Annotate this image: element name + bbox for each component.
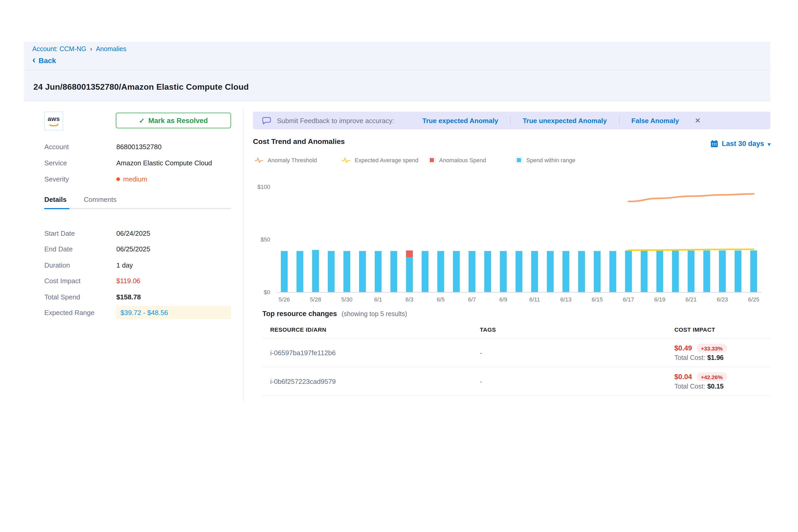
bar-6/13[interactable]: [563, 251, 569, 292]
breadcrumb-anomalies-link[interactable]: Anomalies: [96, 45, 127, 52]
bar-5/30[interactable]: [343, 251, 350, 292]
aws-smile-icon: [48, 122, 59, 126]
breadcrumb-separator-icon: ›: [90, 45, 92, 53]
bar-6/19[interactable]: [657, 250, 663, 292]
detail-label: Cost Impact: [44, 277, 116, 285]
bar-6/25[interactable]: [750, 250, 757, 292]
breadcrumb-account-link[interactable]: Account: CCM-NG: [32, 45, 86, 52]
close-icon[interactable]: ✕: [695, 116, 701, 125]
summary-label: Account: [44, 143, 116, 151]
bar-6/11[interactable]: [531, 251, 538, 292]
date-range-label: Last 30 days: [722, 140, 764, 148]
bar-6/1[interactable]: [375, 251, 382, 292]
x-axis-tick-6/19: 6/19: [654, 296, 666, 303]
x-axis-tick-6/15: 6/15: [592, 296, 603, 303]
tab-underline: [44, 208, 231, 209]
chart-title: Cost Trend and Anomalies: [253, 137, 345, 146]
page-title: 24 Jun/868001352780/Amazon Elastic Compu…: [33, 82, 249, 92]
col-tags: TAGS: [472, 322, 667, 338]
panel-divider: [243, 109, 244, 402]
title-band: 24 Jun/868001352780/Amazon Elastic Compu…: [24, 72, 771, 101]
bar-6/16[interactable]: [609, 251, 616, 292]
resources-heading: Top resource changes (showing top 5 resu…: [262, 310, 407, 318]
detail-row: End Date06/25/2025: [44, 241, 231, 257]
bar-6/7[interactable]: [469, 251, 475, 292]
bar-5/27[interactable]: [297, 251, 303, 292]
legend-square-icon: [516, 157, 522, 163]
resources-title: Top resource changes: [262, 310, 337, 318]
resources-table: RESOURCE ID/ARN TAGS COST IMPACT i-06597…: [262, 322, 771, 396]
bar-6/15[interactable]: [594, 251, 601, 292]
line-anomaly-threshold: [628, 194, 754, 201]
breadcrumb: Account: CCM-NG › Anomalies: [32, 45, 126, 53]
detail-row: Expected Range$39.72 - $48.56: [44, 305, 231, 321]
summary-row: Account868001352780: [44, 139, 231, 155]
bar-6/18[interactable]: [641, 250, 648, 292]
cost-impact-percent-badge: +42.26%: [697, 373, 727, 381]
cost-impact-amount: $0.04: [674, 373, 692, 381]
feedback-prompt: Submit Feedback to improve accuracy:: [277, 117, 394, 125]
bar-6/2[interactable]: [391, 251, 397, 292]
tab-details[interactable]: Details: [44, 195, 66, 208]
x-axis-tick-6/25: 6/25: [748, 296, 759, 303]
feedback-divider: [510, 116, 511, 125]
feedback-option-true-unexpected-anomaly[interactable]: True unexpected Anomaly: [522, 117, 607, 125]
bar-6/24[interactable]: [735, 250, 741, 292]
bar-6/14[interactable]: [578, 251, 585, 292]
bar-5/31[interactable]: [359, 251, 366, 292]
bar-6/17[interactable]: [625, 250, 632, 292]
legend-square-icon: [429, 157, 435, 163]
x-axis-tick-6/13: 6/13: [560, 296, 572, 303]
legend-label: Expected Average spend: [355, 157, 418, 163]
legend-line-icon: [342, 156, 350, 164]
legend-label: Anomaly Threshold: [268, 157, 317, 163]
bar-6/4[interactable]: [422, 251, 429, 292]
x-axis-tick-6/3: 6/3: [405, 296, 414, 303]
x-axis-tick-5/26: 5/26: [279, 296, 290, 303]
bar-6/21[interactable]: [688, 250, 695, 292]
tab-comments[interactable]: Comments: [84, 195, 117, 208]
summary-row: ServiceAmazon Elastic Compute Cloud: [44, 155, 231, 171]
chevron-left-icon: ‹: [32, 56, 36, 64]
feedback-option-false-anomaly[interactable]: False Anomaly: [631, 117, 679, 125]
mark-as-resolved-button[interactable]: ✓ Mark as Resolved: [116, 113, 231, 128]
chart-legend: Anomaly ThresholdExpected Average spendA…: [254, 156, 575, 164]
detail-value: 06/24/2025: [116, 229, 231, 237]
legend-item-expected-average-spend: Expected Average spend: [342, 156, 429, 164]
feedback-divider: [619, 116, 619, 125]
summary-rows: Account868001352780ServiceAmazon Elastic…: [44, 139, 231, 187]
y-axis-tick: $50: [261, 236, 270, 243]
bar-anomalous-6/3[interactable]: [406, 250, 413, 257]
bar-6/22[interactable]: [703, 250, 710, 292]
bar-6/6[interactable]: [453, 251, 460, 292]
bar-6/12[interactable]: [547, 251, 554, 292]
detail-row: Total Spend$158.78: [44, 289, 231, 305]
legend-item-anomaly-threshold: Anomaly Threshold: [254, 156, 342, 164]
bar-5/26[interactable]: [281, 251, 288, 292]
resource-row: i-0b6f257223cad9579-$0.04+42.26%Total Co…: [262, 367, 771, 396]
y-axis-tick: $100: [258, 184, 270, 190]
bar-6/10[interactable]: [516, 251, 522, 292]
detail-row: Cost Impact$119.06: [44, 273, 231, 289]
bar-5/29[interactable]: [328, 251, 335, 292]
bar-6/5[interactable]: [437, 251, 444, 292]
summary-row: Severitymedium: [44, 171, 231, 187]
detail-label: Duration: [44, 261, 116, 269]
bar-6/8[interactable]: [484, 251, 491, 292]
aws-logo: aws: [44, 112, 63, 130]
feedback-option-true-expected-anomaly[interactable]: True expected Anomaly: [422, 117, 498, 125]
bar-6/23[interactable]: [719, 250, 726, 292]
bar-6/20[interactable]: [672, 250, 679, 292]
x-axis-tick-5/30: 5/30: [341, 296, 353, 303]
resource-id[interactable]: i-06597ba197fe112b6: [270, 349, 336, 357]
resource-id[interactable]: i-0b6f257223cad9579: [270, 377, 336, 385]
detail-label: Total Spend: [44, 293, 116, 301]
bar-6/9[interactable]: [500, 251, 507, 292]
back-button[interactable]: ‹ Back: [32, 56, 56, 65]
bar-5/28[interactable]: [312, 250, 319, 292]
cost-impact-amount: $0.49: [674, 344, 692, 352]
bar-6/3[interactable]: [406, 258, 413, 292]
line-expected-average-spend: [628, 249, 754, 250]
date-range-selector[interactable]: Last 30 days ▾: [710, 140, 771, 148]
detail-value: $119.06: [116, 277, 231, 285]
